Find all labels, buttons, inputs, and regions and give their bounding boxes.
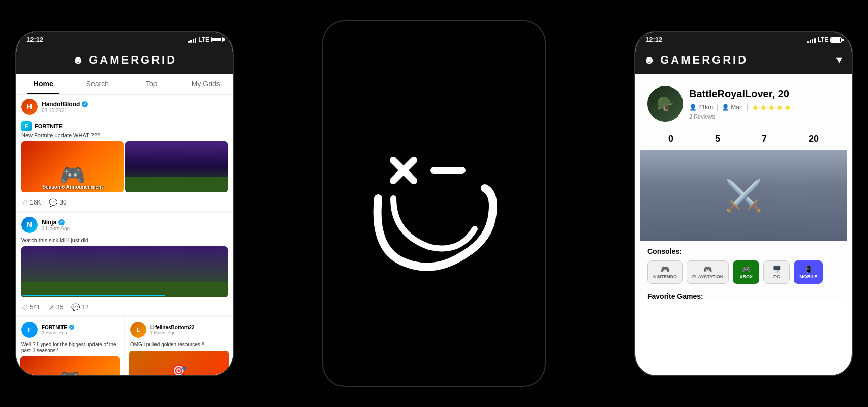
battery-icon-right bbox=[830, 37, 842, 43]
post-2-userinfo: Ninja ✓ 2 Hours Ago bbox=[42, 219, 228, 231]
pc-label: PC bbox=[769, 274, 784, 279]
logo-icon-left: ☻ bbox=[72, 53, 84, 67]
post-4-avatar: L bbox=[130, 322, 146, 338]
profile-gender: 👤 Man bbox=[722, 104, 742, 111]
post-3-time: 2 Hours Ago bbox=[42, 330, 119, 335]
consoles-section: Consoles: 🎮 NINTENDO 🎮 PLAYSTATION 🎮 XBO… bbox=[640, 241, 847, 288]
post-4-userinfo: LifelinesBottom22 7 Hours Ago bbox=[150, 325, 228, 335]
tab-top[interactable]: Top bbox=[125, 74, 179, 94]
post-2-comments-count: 12 bbox=[82, 304, 88, 311]
pc-icon: 🖥️ bbox=[769, 265, 784, 273]
post-1-stats: ♡ 16K 💬 30 bbox=[16, 195, 233, 211]
post-3: F FORTNITE ✓ 2 Hours Ago Well ? Hyped fo… bbox=[16, 317, 124, 376]
tab-my-grids[interactable]: My Grids bbox=[179, 74, 233, 94]
ps-label: PLAYSTATION bbox=[692, 274, 723, 279]
xbox-icon: 🎮 bbox=[738, 265, 754, 273]
logo-icon-right: ☻ bbox=[643, 53, 655, 67]
post-2-avatar: N bbox=[21, 217, 38, 233]
mobile-label: MOBILE bbox=[799, 274, 817, 279]
post-1-text: New Fortnite update WHAT ??? bbox=[16, 132, 233, 141]
post-1-tag: F FORTNITE bbox=[16, 119, 233, 132]
star-3: ★ bbox=[768, 103, 775, 112]
filter-icon[interactable]: ▼ bbox=[834, 55, 844, 66]
status-icons-right: LTE bbox=[807, 36, 842, 43]
consoles-list: 🎮 NINTENDO 🎮 PLAYSTATION 🎮 XBOX 🖥️ PC bbox=[647, 260, 840, 284]
tab-search[interactable]: Search bbox=[71, 74, 125, 94]
nintendo-label: NINTENDO bbox=[653, 274, 677, 279]
post-4-text: OMG i pulled golden resources !! bbox=[125, 342, 233, 351]
post-4-img: 🎯 bbox=[129, 351, 229, 376]
consoles-label: Consoles: bbox=[647, 247, 840, 255]
post-3-text: Well ? Hyped for the biggest update of t… bbox=[16, 342, 124, 356]
battery-icon-left bbox=[211, 37, 223, 42]
phone-right: 12:12 LTE ☻ GAMERGRID ▼ bbox=[634, 31, 853, 376]
post-4: L LifelinesBottom22 7 Hours Ago OMG i pu… bbox=[125, 317, 233, 376]
signal-icon-right bbox=[807, 37, 816, 43]
post-2-shares: ↗ 35 bbox=[48, 303, 63, 311]
post-4-header: L LifelinesBottom22 7 Hours Ago bbox=[125, 317, 233, 342]
profile-header: 🪖 BattleRoyalLover, 20 👤 21km 👤 Man bbox=[640, 79, 847, 129]
post-row-bottom: F FORTNITE ✓ 2 Hours Ago Well ? Hyped fo… bbox=[16, 317, 233, 376]
nav-tabs: Home Search Top My Grids bbox=[16, 74, 233, 95]
status-bar-right: 12:12 LTE bbox=[635, 32, 852, 47]
reviews-text: 2 Reviews bbox=[689, 113, 840, 120]
status-bar-left: 12:12 LTE bbox=[16, 32, 233, 47]
post-3-username: FORTNITE ✓ bbox=[42, 325, 119, 330]
time-right: 12:12 bbox=[645, 36, 662, 43]
profile-stat-1: 0 bbox=[668, 134, 673, 144]
profile-meta: 👤 21km 👤 Man ★ ★ ★ ★ ★ bbox=[689, 102, 840, 112]
center-logo bbox=[363, 132, 505, 275]
post-3-header: F FORTNITE ✓ 2 Hours Ago bbox=[16, 317, 124, 342]
post-4-time: 7 Hours Ago bbox=[150, 330, 228, 335]
post-2-comments: 💬 12 bbox=[71, 303, 88, 311]
post-1-likes: ♡ 16K bbox=[21, 198, 41, 207]
stat-2-value: 5 bbox=[715, 134, 720, 144]
comment-icon-1: 💬 bbox=[49, 198, 57, 207]
fortnite-icon-1: F bbox=[21, 121, 32, 131]
post-2-likes-count: 541 bbox=[30, 304, 40, 311]
console-pc[interactable]: 🖥️ PC bbox=[763, 260, 790, 284]
phone-center bbox=[322, 20, 546, 387]
ps-icon: 🎮 bbox=[692, 265, 723, 273]
share-icon-2: ↗ bbox=[48, 303, 54, 311]
post-1-header: H HandofBlood ✓ 08 10 2021 bbox=[16, 95, 233, 119]
profile-stat-3: 7 bbox=[762, 134, 767, 144]
lte-label-left: LTE bbox=[198, 36, 209, 43]
stat-3-value: 7 bbox=[762, 134, 767, 144]
meta-divider-2 bbox=[747, 104, 748, 111]
star-5: ★ bbox=[784, 103, 791, 112]
profile-distance: 👤 21km bbox=[689, 104, 713, 111]
header-left: ☻ GAMERGRID bbox=[16, 47, 233, 74]
post-3-img bbox=[20, 356, 120, 376]
profile-avatar: 🪖 bbox=[647, 86, 683, 122]
stat-1-value: 0 bbox=[668, 134, 673, 144]
feed: H HandofBlood ✓ 08 10 2021 F FORTNITE Ne… bbox=[16, 95, 233, 376]
console-mobile[interactable]: 📱 MOBILE bbox=[794, 260, 823, 284]
heart-icon-2: ♡ bbox=[21, 303, 28, 311]
post-1-likes-count: 16K bbox=[30, 199, 41, 206]
mobile-icon: 📱 bbox=[799, 265, 817, 273]
header-right: ☻ GAMERGRID ▼ bbox=[635, 47, 852, 74]
status-icons-left: LTE bbox=[188, 36, 223, 43]
console-nintendo[interactable]: 🎮 NINTENDO bbox=[647, 260, 683, 284]
signal-icon-left bbox=[188, 37, 197, 43]
profile-stat-2: 5 bbox=[715, 134, 720, 144]
post-1: H HandofBlood ✓ 08 10 2021 F FORTNITE Ne… bbox=[16, 95, 233, 211]
verified-badge-3: ✓ bbox=[69, 325, 74, 330]
console-xbox[interactable]: 🎮 XBOX bbox=[733, 260, 759, 284]
post-1-time: 08 10 2021 bbox=[42, 108, 228, 113]
favorite-games-label: Favorite Games: bbox=[640, 288, 847, 300]
post-2-shares-count: 35 bbox=[56, 304, 63, 311]
star-1: ★ bbox=[752, 103, 759, 112]
post-1-username: HandofBlood ✓ bbox=[42, 101, 228, 108]
console-playstation[interactable]: 🎮 PLAYSTATION bbox=[687, 260, 729, 284]
verified-badge-2: ✓ bbox=[58, 219, 65, 225]
post-1-avatar: H bbox=[21, 99, 38, 115]
verified-badge-1: ✓ bbox=[82, 101, 88, 107]
post-2-username: Ninja ✓ bbox=[42, 219, 228, 226]
app-name-right: GAMERGRID bbox=[660, 53, 748, 67]
header-brand-right: ☻ GAMERGRID bbox=[643, 53, 748, 67]
tab-home[interactable]: Home bbox=[16, 74, 71, 94]
post-2-time: 2 Hours Ago bbox=[42, 226, 228, 231]
scene: 12:12 LTE ☻ GAMERGRID Home Sear bbox=[0, 0, 868, 407]
